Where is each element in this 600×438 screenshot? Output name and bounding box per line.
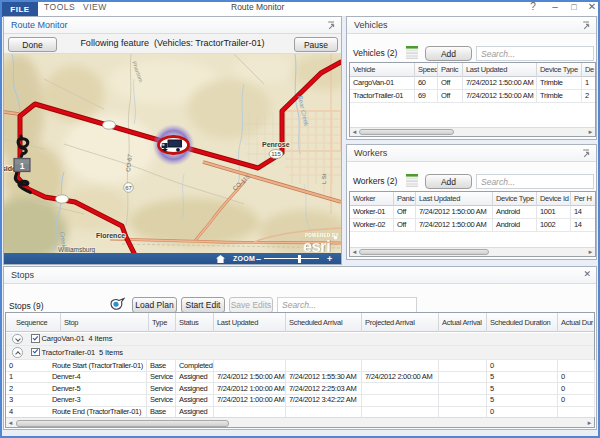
svg-text:1: 1 [20,161,25,171]
svg-text:67: 67 [125,185,132,191]
svg-text:Florence: Florence [96,232,125,239]
svg-text:115: 115 [271,151,281,157]
svg-text:esri: esri [303,237,330,254]
svg-text:Penrose: Penrose [262,141,290,148]
svg-text:L St: L St [321,173,327,184]
